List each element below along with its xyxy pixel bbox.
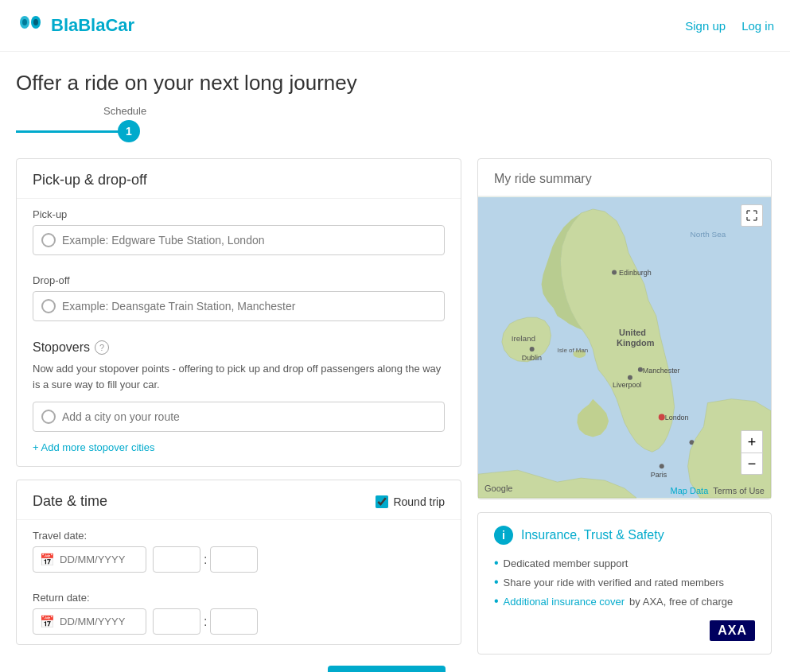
return-date-row: Return date: 📅 : <box>17 582 461 644</box>
stopovers-description: Now add your stopover points - offering … <box>33 361 445 392</box>
svg-text:Google: Google <box>485 484 512 493</box>
map-svg: North Sea Edinburgh United Kingdom Isle … <box>478 196 771 499</box>
logo-icon <box>16 11 45 40</box>
round-trip-label[interactable]: Round trip <box>393 495 445 508</box>
add-city-input-wrap <box>33 402 445 432</box>
dropoff-group: Drop-off <box>17 265 461 331</box>
insurance-info-icon: i <box>494 526 513 545</box>
map-zoom-in-button[interactable]: + <box>741 430 763 453</box>
logo-text: BlaBlaCar <box>51 15 134 36</box>
map-card: My ride summary North <box>477 158 772 499</box>
return-date-field: 📅 <box>33 608 146 635</box>
map-data-link[interactable]: Map Data <box>671 486 709 495</box>
date-time-title: Date & time <box>33 493 107 510</box>
insurance-item-3-text: by AXA, free of charge <box>629 595 733 609</box>
insurance-item-2-text: Share your ride with verified and rated … <box>504 576 724 590</box>
axa-badge: AXA <box>710 620 755 641</box>
pickup-label: Pick-up <box>33 208 445 220</box>
stopovers-section: Stopovers ? Now add your stopover points… <box>17 331 461 466</box>
stopovers-label: Stopovers <box>33 340 90 355</box>
svg-point-3 <box>33 19 38 25</box>
travel-time-field: : <box>153 546 258 573</box>
insurance-header: i Insurance, Trust & Safety <box>494 526 755 545</box>
svg-text:Edinburgh: Edinburgh <box>619 269 652 277</box>
map-expand-button[interactable] <box>741 204 763 227</box>
svg-text:United: United <box>619 328 646 337</box>
svg-text:Isle of Man: Isle of Man <box>557 347 588 354</box>
insurance-title: Insurance, Trust & Safety <box>521 528 664 542</box>
map-container: North Sea Edinburgh United Kingdom Isle … <box>478 196 771 499</box>
round-trip-wrap: Round trip <box>376 495 445 508</box>
return-date-label: Return date: <box>33 592 445 604</box>
svg-text:Manchester: Manchester <box>643 367 680 375</box>
signup-link[interactable]: Sign up <box>685 19 726 33</box>
pickup-input-wrap <box>33 225 445 255</box>
date-time-card-header: Date & time Round trip <box>17 480 461 520</box>
add-city-circle-icon <box>41 410 56 424</box>
left-column: Pick-up & drop-off Pick-up Drop-off <box>16 158 461 672</box>
svg-point-15 <box>628 375 632 380</box>
svg-point-7 <box>612 270 617 275</box>
svg-text:Liverpool: Liverpool <box>613 381 641 389</box>
insurance-item-3: Additional insurance cover by AXA, free … <box>494 592 755 612</box>
travel-date-inputs: 📅 : <box>33 546 445 573</box>
dropoff-label: Drop-off <box>33 274 445 286</box>
axa-logo-wrap: AXA <box>494 620 755 641</box>
svg-text:Paris: Paris <box>651 471 667 479</box>
svg-point-12 <box>530 347 535 352</box>
progress-bar: Schedule 1 <box>0 105 790 158</box>
return-date-inputs: 📅 : <box>33 608 445 635</box>
travel-minute-select[interactable] <box>210 546 258 573</box>
pickup-circle-icon <box>41 233 56 247</box>
dropoff-circle-icon <box>41 299 56 313</box>
page-title: Offer a ride on your next long journey <box>0 52 790 105</box>
stopovers-title: Stopovers ? <box>33 340 445 355</box>
continue-wrap: Continue <box>16 658 461 672</box>
stopovers-help-icon[interactable]: ? <box>95 340 109 355</box>
additional-insurance-link[interactable]: Additional insurance cover <box>504 595 625 609</box>
travel-date-input[interactable] <box>60 547 139 572</box>
svg-point-19 <box>659 414 665 421</box>
map-attribution-right: Map Data Terms of Use <box>671 486 765 495</box>
add-city-input[interactable] <box>62 402 436 431</box>
round-trip-checkbox[interactable] <box>376 495 388 508</box>
travel-date-field: 📅 <box>33 546 146 573</box>
travel-date-row: Travel date: 📅 : <box>17 520 461 582</box>
map-title: My ride summary <box>478 159 771 196</box>
travel-hour-select[interactable] <box>153 546 200 573</box>
header-nav: Sign up Log in <box>685 19 774 33</box>
dropoff-input-wrap <box>33 291 445 321</box>
return-date-input[interactable] <box>60 609 139 634</box>
progress-step: 1 <box>118 120 140 142</box>
return-minute-select[interactable] <box>210 608 258 635</box>
add-more-stopover-link[interactable]: + Add more stopover cities <box>33 441 445 453</box>
return-calendar-icon: 📅 <box>40 615 55 629</box>
svg-text:Kingdom: Kingdom <box>617 338 655 348</box>
date-time-card: Date & time Round trip Travel date: 📅 <box>16 480 461 645</box>
svg-point-2 <box>22 19 27 25</box>
header: BlaBlaCar Sign up Log in <box>0 0 790 52</box>
progress-line <box>16 130 119 133</box>
return-hour-select-wrap <box>153 608 200 635</box>
main-layout: Pick-up & drop-off Pick-up Drop-off <box>0 158 790 672</box>
pickup-group: Pick-up <box>17 199 461 265</box>
return-hour-select[interactable] <box>153 608 200 635</box>
map-zoom-controls: + − <box>741 430 763 475</box>
insurance-item-1: Dedicated member support <box>494 554 755 573</box>
login-link[interactable]: Log in <box>741 19 774 33</box>
svg-text:Ireland: Ireland <box>512 334 535 343</box>
return-time-field: : <box>153 608 258 635</box>
travel-date-label: Travel date: <box>33 530 445 542</box>
time-colon-2: : <box>204 615 207 629</box>
svg-text:London: London <box>665 414 689 422</box>
dropoff-input[interactable] <box>62 292 436 320</box>
progress-line-wrap: 1 <box>16 120 175 142</box>
continue-button[interactable]: Continue <box>328 666 446 672</box>
map-zoom-out-button[interactable]: − <box>741 453 763 475</box>
pickup-input[interactable] <box>62 226 436 254</box>
insurance-item-1-text: Dedicated member support <box>504 557 628 571</box>
travel-hour-select-wrap <box>153 546 200 573</box>
insurance-list: Dedicated member support Share your ride… <box>494 554 755 612</box>
expand-icon <box>746 210 757 221</box>
right-column: My ride summary North <box>477 158 772 672</box>
